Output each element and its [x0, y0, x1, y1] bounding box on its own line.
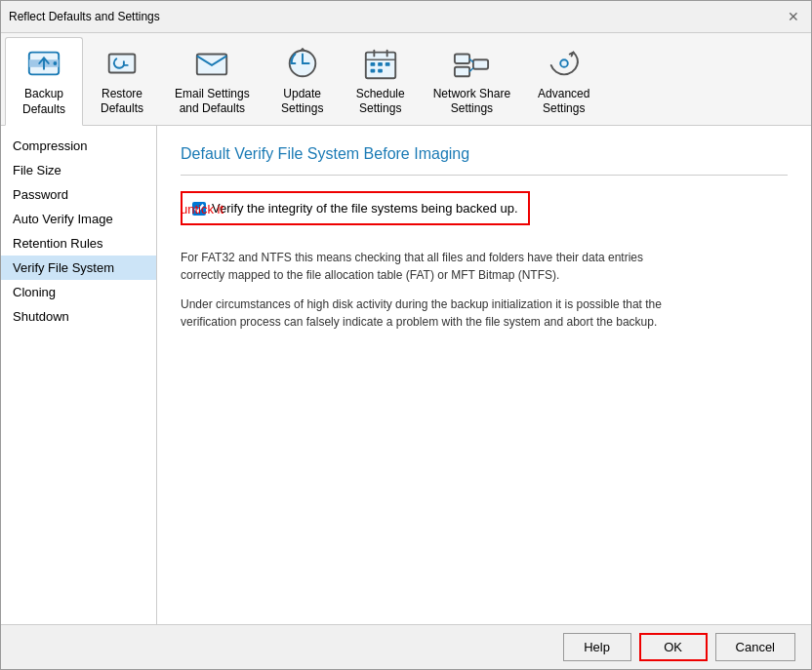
tab-network-share[interactable]: Network ShareSettings: [420, 37, 524, 125]
main-window: Reflect Defaults and Settings ✕ BackupDe…: [0, 0, 812, 670]
sidebar-item-shutdown[interactable]: Shutdown: [1, 304, 156, 329]
tab-restore-defaults-label: RestoreDefaults: [101, 87, 143, 117]
svg-rect-16: [455, 66, 469, 76]
tab-email-settings[interactable]: Email Settingsand Defaults: [161, 37, 264, 125]
title-bar: Reflect Defaults and Settings ✕: [1, 1, 811, 33]
cancel-button[interactable]: Cancel: [715, 633, 795, 661]
tab-update-settings-label: UpdateSettings: [281, 87, 323, 117]
svg-rect-12: [385, 62, 389, 66]
email-settings-icon: [192, 44, 231, 83]
verify-checkbox-container: Verify the integrity of the file systems…: [181, 191, 530, 225]
toolbar: BackupDefaults RestoreDefaults Email: [1, 33, 811, 126]
sidebar-item-auto-verify[interactable]: Auto Verify Image: [1, 207, 156, 231]
svg-point-20: [560, 59, 568, 67]
ok-button[interactable]: OK: [639, 633, 708, 661]
svg-rect-15: [455, 54, 469, 63]
help-button[interactable]: Help: [563, 633, 631, 661]
svg-rect-11: [378, 62, 383, 66]
footer: Help OK Cancel: [1, 624, 811, 669]
window-title: Reflect Defaults and Settings: [9, 10, 160, 23]
tab-advanced-settings[interactable]: AdvancedSettings: [524, 37, 603, 125]
sidebar-item-compression[interactable]: Compression: [1, 134, 156, 158]
restore-defaults-icon: [102, 44, 142, 83]
sidebar-item-retention-rules[interactable]: Retention Rules: [1, 231, 156, 256]
tab-advanced-settings-label: AdvancedSettings: [538, 87, 589, 117]
svg-rect-10: [370, 62, 375, 66]
svg-rect-14: [378, 68, 383, 72]
tab-update-settings[interactable]: UpdateSettings: [264, 37, 342, 125]
tab-email-settings-label: Email Settingsand Defaults: [175, 87, 250, 117]
tab-schedule-settings-label: ScheduleSettings: [356, 87, 405, 117]
update-settings-icon: [283, 44, 322, 83]
backup-defaults-icon: [24, 44, 63, 83]
sidebar-item-password[interactable]: Password: [1, 182, 156, 207]
info-text-2: Under circumstances of high disk activit…: [181, 296, 688, 331]
sidebar-item-cloning[interactable]: Cloning: [1, 280, 156, 304]
sidebar-item-verify-file-system[interactable]: Verify File System: [1, 256, 156, 280]
content-pane: Default Verify File System Before Imagin…: [157, 126, 811, 624]
tab-restore-defaults[interactable]: RestoreDefaults: [83, 37, 161, 125]
tab-backup-defaults-label: BackupDefaults: [22, 87, 65, 117]
content-title: Default Verify File System Before Imagin…: [181, 145, 788, 163]
verify-integrity-label[interactable]: Verify the integrity of the file systems…: [212, 201, 518, 216]
svg-point-2: [54, 61, 58, 65]
section-divider: [181, 175, 788, 176]
schedule-settings-icon: [361, 44, 400, 83]
tab-network-share-label: Network ShareSettings: [433, 87, 510, 117]
svg-rect-17: [473, 59, 488, 68]
network-share-icon: [452, 44, 491, 83]
info-text-1: For FAT32 and NTFS this means checking t…: [181, 249, 688, 284]
svg-rect-3: [109, 54, 136, 72]
annotation-untick: untick it: [181, 202, 223, 217]
tab-schedule-settings[interactable]: ScheduleSettings: [342, 37, 420, 125]
main-content: Compression File Size Password Auto Veri…: [1, 126, 811, 624]
sidebar: Compression File Size Password Auto Veri…: [1, 126, 157, 624]
advanced-settings-icon: [545, 44, 584, 83]
close-button[interactable]: ✕: [784, 7, 803, 26]
svg-rect-13: [370, 68, 375, 72]
sidebar-item-file-size[interactable]: File Size: [1, 158, 156, 182]
tab-backup-defaults[interactable]: BackupDefaults: [5, 37, 83, 126]
